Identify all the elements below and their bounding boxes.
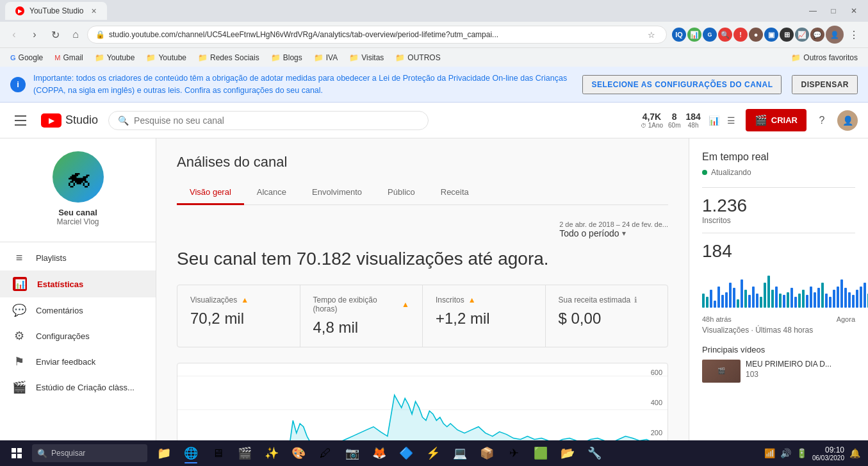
taskbar: 🔍 Pesquisar 📁 🌐 🖥 🎬 ✨ 🎨 🖊 📷 🦊 🔷 ⚡ 💻 📦 ✈ … (0, 440, 868, 466)
taskbar-app14[interactable]: 🟩 (528, 442, 553, 465)
tab-close-button[interactable]: × (92, 6, 97, 16)
rt-bar (702, 294, 705, 308)
ext-chart-icon[interactable]: 📊 (687, 28, 701, 42)
tab-receita[interactable]: Receita (428, 181, 482, 205)
ext-g-icon[interactable]: G (703, 28, 717, 42)
bookmark-outros[interactable]: 📁 OUTROS (390, 51, 445, 64)
notification-icon[interactable]: 🔔 (849, 448, 860, 458)
start-button[interactable] (3, 442, 31, 465)
taskbar-app11[interactable]: 💻 (447, 442, 473, 465)
bookmark-star-icon[interactable]: ☆ (644, 28, 659, 42)
reload-button[interactable]: ↻ (46, 26, 64, 44)
views-count: 4,7K (643, 112, 662, 122)
taskbar-edge-icon[interactable]: 🔷 (393, 442, 419, 465)
rt-bar (829, 297, 831, 308)
configure-channel-button[interactable]: SELECIONE AS CONFIGURAÇÕES DO CANAL (582, 75, 782, 94)
address-bar[interactable]: 🔒 studio.youtube.com/channel/UC54LeeFtnw… (87, 26, 667, 44)
taskbar-app15[interactable]: 📂 (555, 442, 580, 465)
rt-bar (710, 290, 712, 308)
network-icon[interactable]: 📶 (764, 448, 775, 458)
taskbar-explorer-icon[interactable]: 📁 (151, 442, 177, 465)
rt-bar (725, 292, 728, 308)
back-button[interactable]: ‹ (5, 26, 23, 44)
hamburger-menu-button[interactable] (10, 110, 31, 131)
minimize-button[interactable]: — (804, 2, 822, 20)
sidebar-item-feedback[interactable]: ⚑ Enviar feedback (0, 349, 156, 374)
sidebar-item-configuracoes[interactable]: ⚙ Configurações (0, 323, 156, 349)
security-icon: 🔒 (95, 30, 105, 39)
folder-outros-fav-icon: 📁 (791, 53, 801, 62)
taskbar-taskview-icon[interactable]: 🖥 (205, 442, 231, 465)
rt-video-thumbnail[interactable]: 🎬 (702, 360, 741, 383)
tab-alcance[interactable]: Alcance (244, 181, 299, 205)
taskview-icon: 🖥 (212, 447, 224, 460)
rt-bar (821, 283, 824, 308)
taskbar-premiere-icon[interactable]: 🎬 (232, 442, 258, 465)
rt-bar (729, 283, 732, 308)
taskbar-app16[interactable]: 🔧 (582, 442, 607, 465)
help-button[interactable]: ? (812, 110, 832, 131)
ext-blue2-icon[interactable]: ▣ (764, 28, 778, 42)
taskbar-app12[interactable]: 📦 (474, 442, 500, 465)
tab-envolvimento[interactable]: Envolvimento (299, 181, 375, 205)
sidebar-item-estatisticas[interactable]: 📊 Estatísticas (0, 270, 156, 297)
user-avatar-nav[interactable]: 👤 (826, 26, 844, 44)
bookmark-iva[interactable]: 📁 IVA (309, 51, 343, 64)
maximize-button[interactable]: □ (824, 2, 842, 20)
ext-apps-icon[interactable]: ⊞ (780, 28, 794, 42)
taskbar-app10[interactable]: ⚡ (420, 442, 446, 465)
taskbar-chrome-icon[interactable]: 🌐 (178, 442, 204, 465)
user-avatar[interactable]: 👤 (837, 110, 858, 131)
app: Studio 🔍 4,7K ⏱ 1Ano 8 60m (0, 103, 868, 466)
close-window-button[interactable]: ✕ (845, 2, 863, 20)
channel-avatar[interactable]: 🏍 (53, 151, 104, 203)
bookmark-redes[interactable]: 📁 Redes Sociais (193, 51, 265, 64)
analytics-content: 2 de abr. de 2018 – 24 de fev. de... Tod… (156, 205, 689, 466)
taskbar-lr-icon[interactable]: 📷 (340, 442, 365, 465)
period-dropdown[interactable]: Todo o período ▾ (559, 228, 668, 238)
ext-brown-icon[interactable]: ● (749, 28, 763, 42)
bookmark-rendas[interactable]: 📁 Youtube (90, 51, 140, 64)
tab-visao-geral[interactable]: Visão geral (177, 181, 244, 205)
sidebar-item-playlists[interactable]: ≡ Playlists (0, 245, 156, 270)
bookmark-outros-fav[interactable]: 📁 Outros favoritos (786, 51, 863, 64)
taskbar-ae-icon[interactable]: ✨ (259, 442, 284, 465)
ext-search-icon[interactable]: 🔍 (718, 28, 732, 42)
bookmark-youtube[interactable]: 📁 Youtube (141, 51, 192, 64)
volume-icon[interactable]: 🔊 (780, 448, 791, 458)
dismiss-button[interactable]: DISPENSAR (792, 75, 858, 94)
ext-red1-icon[interactable]: ! (733, 28, 748, 42)
criar-button[interactable]: 🎬 CRIAR (746, 109, 807, 131)
taskbar-telegram-icon[interactable]: ✈ (501, 442, 527, 465)
taskbar-firefox-icon[interactable]: 🦊 (366, 442, 392, 465)
rt-bar (741, 279, 743, 308)
stats-chart-icon[interactable]: 📊 (708, 115, 719, 126)
configuracoes-icon: ⚙ (13, 329, 26, 342)
bookmark-blogs[interactable]: 📁 Blogs (266, 51, 307, 64)
sidebar-item-estudio[interactable]: 🎬 Estúdio de Criação clàss... (0, 374, 156, 400)
stats-menu-icon[interactable]: ☰ (727, 115, 735, 126)
ext-iq-icon[interactable]: IQ (672, 28, 686, 42)
battery-icon[interactable]: 🔋 (796, 448, 807, 458)
bookmark-gmail[interactable]: M Gmail (49, 51, 88, 64)
taskbar-ps-icon[interactable]: 🎨 (286, 442, 311, 465)
rt-subs-label: Inscritos (702, 216, 855, 225)
estudio-icon: 🎬 (13, 381, 26, 394)
search-input[interactable] (134, 115, 419, 126)
ext-chart2-icon[interactable]: 📈 (795, 28, 809, 42)
taskbar-search[interactable]: 🔍 Pesquisar (32, 444, 147, 462)
rt-bar (833, 290, 835, 308)
browser-nav: ‹ › ↻ ⌂ 🔒 studio.youtube.com/channel/UC5… (0, 22, 868, 47)
home-button[interactable]: ⌂ (67, 26, 85, 44)
taskbar-ai-icon[interactable]: 🖊 (313, 442, 338, 465)
rt-top-videos-label: Principais vídeos (702, 345, 855, 354)
browser-tab[interactable]: ▶ YouTube Studio × (5, 2, 107, 20)
bookmark-google[interactable]: G Google (5, 51, 48, 64)
forward-button[interactable]: › (26, 26, 44, 44)
search-box[interactable]: 🔍 (108, 111, 429, 130)
sidebar-item-comentarios[interactable]: 💬 Comentários (0, 297, 156, 323)
ext-chat-icon[interactable]: 💬 (810, 28, 824, 42)
tab-publico[interactable]: Público (375, 181, 428, 205)
bookmark-visitas[interactable]: 📁 Visitas (344, 51, 389, 64)
menu-button[interactable]: ⋮ (845, 26, 863, 44)
